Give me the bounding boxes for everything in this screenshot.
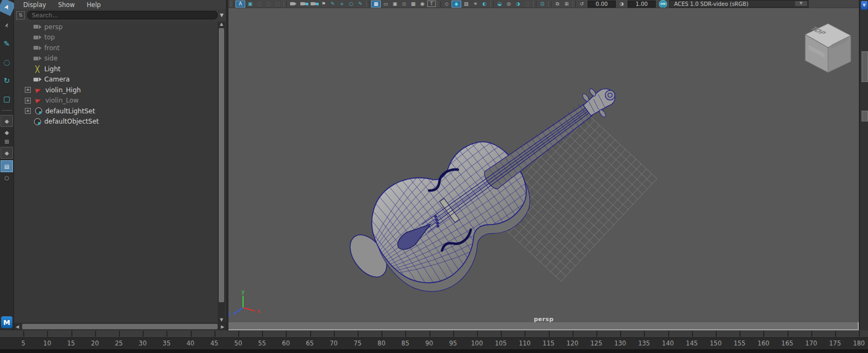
- outliner-item-Light[interactable]: ╳Light: [14, 64, 217, 74]
- wireframe-icon[interactable]: ◇: [442, 1, 451, 7]
- move-tool-icon[interactable]: ◌: [0, 55, 14, 69]
- frame-number: 80: [378, 340, 386, 347]
- scrollbar-thumb[interactable]: [219, 28, 224, 302]
- history-icon[interactable]: ▢: [255, 1, 264, 7]
- frame-number: 75: [354, 340, 362, 347]
- absolute-view-button[interactable]: A: [235, 1, 245, 8]
- 2d-pan-zoom-icon[interactable]: +: [338, 1, 346, 7]
- gamma-field[interactable]: 1.00: [628, 1, 656, 8]
- frame-number: 130: [614, 340, 626, 347]
- menu-display[interactable]: Display: [18, 1, 51, 9]
- layout-single-pane-button[interactable]: ◆: [1, 115, 13, 127]
- expand-icon[interactable]: +: [25, 98, 31, 104]
- textured-icon[interactable]: ▨: [462, 1, 470, 7]
- scroll-right-icon[interactable]: ▶: [219, 324, 226, 329]
- frame-number: 15: [67, 340, 75, 347]
- highlight-selection-icon[interactable]: ▣: [246, 1, 254, 7]
- xray-icon[interactable]: ⧉: [553, 1, 562, 7]
- outliner-vertical-scrollbar[interactable]: ▲ ▼: [218, 22, 225, 323]
- filter-icon[interactable]: ⇅: [16, 11, 25, 19]
- image-plane-icon[interactable]: ✎: [328, 1, 337, 7]
- chevron-down-icon[interactable]: ▼: [220, 12, 225, 18]
- field-chart-icon[interactable]: ▩: [409, 1, 418, 7]
- expand-icon[interactable]: +: [25, 108, 31, 114]
- rotate-tool-icon[interactable]: ↻: [0, 73, 14, 87]
- outliner-item-Camera[interactable]: Camera: [14, 74, 217, 85]
- timeline-ticks[interactable]: [0, 330, 868, 338]
- timeline-frame-numbers[interactable]: 5101520253035404550556065707580859095100…: [0, 338, 868, 349]
- scrollbar-thumb[interactable]: [22, 324, 218, 329]
- safe-title-icon[interactable]: T: [427, 1, 436, 7]
- scroll-up-icon[interactable]: ▲: [218, 22, 225, 27]
- shadows-icon[interactable]: ◐: [480, 1, 489, 7]
- grease-pencil-icon[interactable]: ✎: [356, 1, 365, 7]
- motion-blur-icon[interactable]: ◎: [504, 1, 513, 7]
- camera-attributes-icon[interactable]: [309, 2, 319, 5]
- use-all-lights-icon[interactable]: ☀: [471, 1, 480, 7]
- outliner-item-violin_High[interactable]: +violin_High: [14, 85, 217, 96]
- frame-number: 125: [590, 340, 602, 347]
- view-cube[interactable]: TOP: [805, 24, 851, 72]
- panel-tab-icon[interactable]: [861, 1, 867, 10]
- ambient-occlusion-icon[interactable]: ◒: [495, 1, 504, 7]
- layout-persp-outliner-button[interactable]: ◆: [1, 147, 13, 159]
- layout-two-pane-button[interactable]: ◆: [1, 128, 12, 136]
- chevron-down-icon[interactable]: ▼: [795, 1, 807, 6]
- zoom-layout-button[interactable]: ○: [1, 174, 12, 181]
- scroll-left-icon[interactable]: ◀: [14, 324, 21, 329]
- zoom-region-icon[interactable]: ○: [347, 1, 355, 7]
- outliner-item-violin_Low[interactable]: +violin_Low: [14, 96, 217, 106]
- scroll-down-icon[interactable]: ▼: [218, 317, 225, 323]
- divider: [533, 1, 536, 7]
- xray-joints-icon[interactable]: ⊞: [562, 1, 571, 7]
- paint-select-tool-icon[interactable]: ✎: [0, 37, 14, 51]
- outliner-item-side[interactable]: side: [14, 53, 217, 64]
- grid-icon[interactable]: ▦: [371, 1, 381, 8]
- outliner-horizontal-scrollbar[interactable]: ◀ ▶: [14, 323, 226, 330]
- isolate-select-icon[interactable]: ▢: [523, 1, 531, 7]
- panel-grip[interactable]: [862, 51, 868, 82]
- expand-icon[interactable]: +: [25, 87, 31, 93]
- shaded-icon[interactable]: ◆: [452, 1, 461, 8]
- view-transform-dropdown[interactable]: ACES 1.0 SDR-video (sRGB)▼: [669, 0, 809, 8]
- depth-of-field-icon[interactable]: ◑: [514, 1, 522, 7]
- svg-text:y: y: [241, 289, 245, 295]
- frame-tick: [668, 331, 669, 337]
- exposure-icon[interactable]: ↺: [577, 1, 586, 7]
- time-slider[interactable]: 5101520253035404550556065707580859095100…: [0, 330, 868, 353]
- item-label: violin_Low: [45, 97, 79, 104]
- gate-mask-icon[interactable]: ■: [400, 1, 408, 7]
- resolution-gate-icon[interactable]: ▣: [391, 1, 399, 7]
- item-label: defaultObjectSet: [44, 118, 99, 125]
- outliner-item-defaultObjectSet[interactable]: defaultObjectSet: [14, 117, 217, 127]
- outliner-item-defaultLightSet[interactable]: +defaultLightSet: [14, 106, 217, 117]
- gamma-icon[interactable]: ◑: [617, 1, 626, 7]
- menu-show[interactable]: Show: [53, 1, 79, 9]
- perspective-viewport[interactable]: A▣▢▢▢⚑✎+○✎▦▭▣■▩◉T◇◆▨☀◐◒◎◑▢⊡⧉⊞↺0.00◑1.00O…: [228, 0, 859, 330]
- frame-number: 100: [471, 340, 483, 347]
- layout-four-pane-button[interactable]: ⊞: [1, 138, 12, 145]
- color-management-on-badge[interactable]: ON: [659, 0, 667, 8]
- select-objects-icon[interactable]: ⊡: [538, 1, 547, 7]
- layout-outliner-active-button[interactable]: ▤: [1, 160, 13, 172]
- outliner-item-persp[interactable]: persp: [14, 22, 217, 32]
- menu-help[interactable]: Help: [82, 1, 105, 9]
- outliner-item-top[interactable]: top: [14, 32, 217, 43]
- bookmark-icon[interactable]: ⚑: [319, 1, 328, 7]
- maya-window: ➤➣✎◌↻▢ ◆◆⊞◆▤○ M Display Show Help ⇅ ▼ pe…: [0, 0, 868, 353]
- panel-grip[interactable]: [862, 111, 868, 121]
- outliner-item-front[interactable]: front: [14, 43, 217, 53]
- select-camera-icon[interactable]: [288, 2, 298, 5]
- search-input[interactable]: [27, 11, 218, 19]
- frame-number: 175: [829, 340, 841, 347]
- viewport-bottom-frame: [228, 322, 859, 330]
- camera-icon: [33, 77, 42, 82]
- expand-spacer: [25, 35, 30, 40]
- scale-tool-icon[interactable]: ▢: [0, 92, 14, 106]
- film-gate-icon[interactable]: ▭: [381, 1, 390, 7]
- lock-camera-icon[interactable]: [299, 2, 308, 5]
- exposure-field[interactable]: 0.00: [588, 1, 616, 8]
- playblast-icon[interactable]: ▢: [273, 1, 282, 7]
- safe-action-icon[interactable]: ◉: [418, 1, 427, 7]
- cache-icon[interactable]: ▢: [264, 1, 273, 7]
